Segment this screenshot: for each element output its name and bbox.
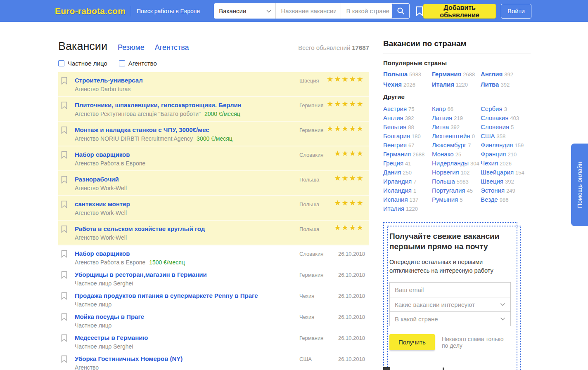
country-name[interactable]: Кипр (432, 105, 446, 112)
country-name[interactable]: Эстония (481, 187, 505, 194)
country-link[interactable]: Чехия2026 (481, 159, 524, 168)
country-link[interactable]: Франция210 (481, 150, 524, 159)
country-link[interactable]: Англия392 (383, 113, 432, 123)
search-button[interactable] (391, 3, 410, 19)
country-link[interactable]: Литва392 (481, 81, 531, 88)
country-link[interactable]: Чехия2026 (383, 81, 432, 88)
country-link[interactable]: Румыния5 (432, 195, 481, 204)
country-link[interactable]: Кипр66 (432, 104, 481, 113)
country-link[interactable]: Бельгия88 (383, 123, 432, 132)
job-title-link[interactable]: Строитель-универсал (75, 77, 143, 84)
job-title-link[interactable]: Работа в сельском хозяйстве круглый год (75, 225, 205, 232)
job-title-link[interactable]: Набор сварщиков (75, 151, 130, 158)
country-link[interactable]: Австрия75 (383, 104, 432, 113)
country-name[interactable]: Нидерланды (432, 160, 469, 167)
vacancy-type-select[interactable]: Какие вакансии интерисуют (390, 297, 510, 311)
country-name[interactable]: Португалия (432, 187, 465, 194)
country-link[interactable]: Польша5983 (383, 71, 432, 78)
country-link[interactable]: Греция41 (383, 159, 432, 168)
bookmark-icon[interactable] (61, 250, 67, 259)
country-link[interactable]: Швеция392 (481, 177, 524, 186)
search-category-select[interactable]: Вакансии (214, 7, 275, 14)
country-link[interactable]: Словакия403 (481, 113, 524, 123)
country-link[interactable]: Эстония249 (481, 186, 524, 195)
country-link[interactable]: Исландия1 (383, 186, 432, 195)
country-link[interactable]: Ирландия7 (383, 177, 432, 186)
country-link[interactable]: Германия2688 (432, 71, 481, 78)
country-link[interactable]: Германия2688 (383, 150, 432, 159)
country-name[interactable]: Монако (432, 151, 454, 158)
country-name[interactable]: Болгария (383, 132, 410, 139)
bookmark-icon[interactable] (61, 151, 67, 160)
country-name[interactable]: Англия (383, 114, 403, 121)
country-link[interactable]: Монако25 (432, 150, 481, 159)
login-button[interactable]: Войти (501, 4, 531, 19)
job-title-link[interactable]: Монтаж и наладка станков с ЧПУ, 3000€/ме… (75, 126, 209, 133)
country-link[interactable]: Дания250 (383, 168, 432, 177)
country-link[interactable]: Люксембург7 (432, 141, 481, 150)
country-link[interactable]: Словения5 (481, 123, 524, 132)
country-name[interactable]: Везде (481, 196, 498, 203)
bookmark-icon[interactable] (61, 101, 67, 111)
country-name[interactable]: Дания (383, 169, 401, 176)
bookmark-icon[interactable] (61, 176, 67, 185)
country-name[interactable]: Румыния (432, 196, 458, 203)
job-title-link[interactable]: Набор сварщиков (75, 250, 130, 257)
country-link[interactable]: Сербия3 (481, 104, 524, 113)
country-name[interactable]: Чехия (481, 160, 498, 167)
country-name[interactable]: Литва (481, 81, 499, 88)
country-name[interactable]: Люксембург (432, 141, 466, 148)
country-link[interactable]: Польша5983 (432, 177, 481, 186)
country-link[interactable]: Финляндия159 (481, 141, 524, 150)
country-name[interactable]: Лихтенштейн (432, 132, 470, 139)
country-link[interactable]: Болгария180 (383, 132, 432, 141)
country-link[interactable]: Швейцария154 (481, 168, 524, 177)
filter-private-person[interactable]: Частное лицо (58, 60, 107, 67)
country-name[interactable]: Италия (383, 205, 404, 212)
country-select[interactable]: В какой стране (390, 311, 510, 326)
country-name[interactable]: Швеция (481, 178, 503, 185)
country-link[interactable]: Англия392 (481, 71, 531, 78)
country-name[interactable]: Литва (432, 123, 449, 130)
job-title-link[interactable]: сантехник монтер (75, 200, 130, 207)
country-link[interactable]: США358 (481, 132, 524, 141)
bookmark-icon[interactable] (61, 225, 67, 235)
country-name[interactable]: Венгрия (383, 141, 407, 148)
country-link[interactable]: Норвегия102 (432, 168, 481, 177)
country-name[interactable]: Италия (432, 81, 454, 88)
bookmark-icon[interactable] (61, 200, 67, 210)
job-title-link[interactable]: Плиточники, шпаклевщики, гипсокартонщики… (75, 101, 242, 108)
country-link[interactable]: Италия1220 (432, 81, 481, 88)
country-name[interactable]: Франция (481, 151, 506, 158)
country-link[interactable]: Португалия45 (432, 186, 481, 195)
job-title-link[interactable]: Мойка посуды в Праге (75, 313, 144, 320)
country-name[interactable]: Словакия (481, 114, 508, 121)
country-name[interactable]: Словения (481, 123, 509, 130)
country-name[interactable]: Австрия (383, 105, 407, 112)
country-name[interactable]: Бельгия (383, 123, 406, 130)
bookmark-icon[interactable] (61, 334, 67, 344)
search-input[interactable] (276, 7, 341, 14)
job-title-link[interactable]: Продажа продуктов питания в супермаркете… (75, 292, 258, 299)
country-name[interactable]: Финляндия (481, 141, 513, 148)
job-title-link[interactable]: Уборщицы в ресторан,магазин в Германии (75, 271, 207, 278)
country-link[interactable]: Испания137 (383, 195, 432, 204)
country-name[interactable]: Испания (383, 196, 408, 203)
bookmark-icon[interactable] (61, 292, 67, 302)
filter-agency[interactable]: Агентство (119, 60, 157, 67)
country-link[interactable]: Нидерланды304 (432, 159, 481, 168)
email-field[interactable] (395, 286, 505, 293)
country-link[interactable]: Литва392 (432, 123, 481, 132)
favorites-button[interactable] (416, 6, 423, 16)
country-name[interactable]: Греция (383, 160, 403, 167)
bookmark-icon[interactable] (61, 313, 67, 323)
bookmark-icon[interactable] (61, 77, 67, 86)
search-country-select[interactable]: В какой стране ? (341, 7, 391, 14)
country-link[interactable]: Италия1220 (383, 204, 432, 213)
checkbox-icon[interactable] (58, 60, 64, 66)
tab-agencies[interactable]: Агентства (155, 43, 189, 52)
country-name[interactable]: Ирландия (383, 178, 412, 185)
country-name[interactable]: Норвегия (432, 169, 459, 176)
country-name[interactable]: Германия (383, 151, 411, 158)
country-name[interactable]: Латвия (432, 114, 452, 121)
